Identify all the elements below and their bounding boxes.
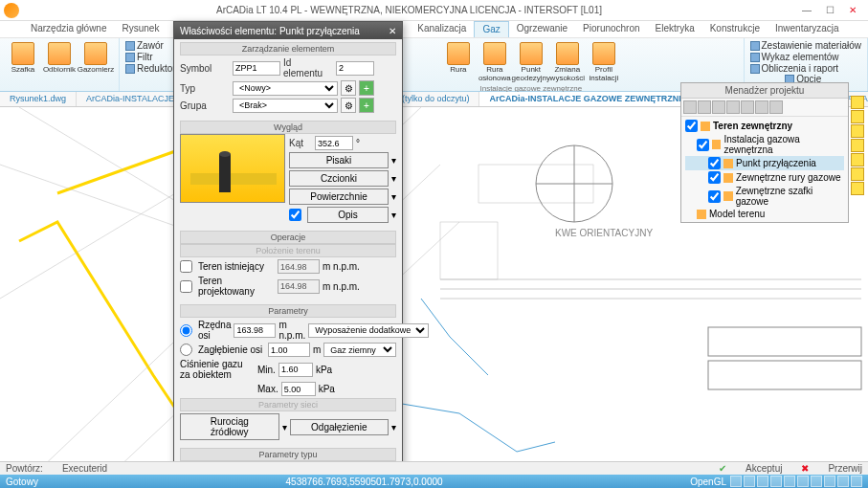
kat-label: Kąt	[289, 138, 312, 148]
max-input[interactable]	[281, 382, 316, 396]
akceptuj-link[interactable]: Akceptuj	[746, 463, 782, 474]
dialog-titlebar[interactable]: Właściwości elementu: Punkt przyłączenia…	[174, 22, 402, 39]
tree-node[interactable]: Instalacja gazowa zewnętrzna	[685, 133, 844, 156]
sb-icon[interactable]	[851, 476, 862, 487]
tab-konstrukcje[interactable]: Konstrukcje	[702, 21, 768, 37]
doc-tab-0[interactable]: Rysunek1.dwg	[0, 92, 77, 106]
min-input[interactable]	[278, 363, 313, 377]
symbol-label: Symbol	[180, 63, 230, 74]
tab-ogrzewanie[interactable]: Ogrzewanie	[509, 21, 575, 37]
tab-narzedzia[interactable]: Narzędzia główne	[23, 21, 115, 37]
rura-osl-button[interactable]: Rura osłonowa	[478, 40, 512, 84]
punkt-geod-button[interactable]: Punkt geodezyjny	[514, 40, 548, 84]
grupa-settings-icon[interactable]: ⚙	[341, 98, 356, 113]
teren-proj-checkbox[interactable]	[180, 280, 192, 293]
bulb-icon[interactable]	[851, 153, 864, 166]
kat-input[interactable]	[315, 136, 353, 150]
chevron-down-icon[interactable]: ▾	[391, 173, 396, 184]
bulb-icon[interactable]	[851, 167, 864, 181]
tab-inwentaryzacja[interactable]: Inwentaryzacja	[768, 21, 847, 37]
rzedna-radio[interactable]	[180, 324, 192, 337]
grupa-add-icon[interactable]: +	[359, 98, 374, 113]
sb-icon[interactable]	[811, 476, 822, 487]
chevron-down-icon[interactable]: ▾	[391, 155, 396, 166]
bulb-icon[interactable]	[851, 182, 864, 195]
typ-settings-icon[interactable]: ⚙	[341, 80, 356, 96]
ribbon-group-1: Szafka Odbiornik Gazomierz	[0, 38, 120, 91]
tree-node[interactable]: Punkt przyłączenia	[685, 156, 844, 170]
rura2-button[interactable]: Rura	[441, 40, 476, 84]
pm-tool-icon[interactable]	[755, 100, 768, 114]
pm-tool-icon[interactable]	[741, 100, 754, 114]
sb-icon[interactable]	[730, 476, 742, 487]
odgalezienie-button[interactable]: Odgałęzienie	[290, 419, 389, 435]
teren-ist-checkbox[interactable]	[180, 260, 192, 273]
grupa-select[interactable]: <Brak>	[233, 99, 338, 113]
bulb-icon[interactable]	[851, 110, 864, 123]
pm-tool-icon[interactable]	[683, 100, 697, 114]
tree-node[interactable]: Model terenu	[685, 208, 844, 220]
bulb-icon[interactable]	[851, 124, 864, 138]
profil-button[interactable]: Profil instalacji	[587, 40, 621, 84]
zawor-icon	[125, 41, 135, 51]
chevron-down-icon[interactable]: ▾	[391, 191, 396, 202]
tree-node[interactable]: Zewnętrzne rury gazowe	[685, 170, 844, 185]
tree-node[interactable]: Teren zewnętrzny	[685, 119, 844, 133]
pisaki-button[interactable]: Pisaki	[289, 152, 389, 168]
sb-icon[interactable]	[770, 476, 782, 487]
odbiornik-button[interactable]: Odbiornik	[42, 40, 77, 76]
tab-gaz[interactable]: Gaz	[474, 21, 508, 37]
czcionki-button[interactable]: Czcionki	[289, 170, 389, 187]
tab-piorunochron[interactable]: Piorunochron	[575, 21, 647, 37]
minimize-button[interactable]: —	[795, 2, 818, 19]
pm-tool-icon[interactable]	[726, 100, 740, 114]
id-input[interactable]	[336, 61, 374, 76]
dialog-close-icon[interactable]: ✕	[389, 26, 396, 36]
typ-add-icon[interactable]: +	[359, 80, 374, 96]
rurociag-button[interactable]: Rurociąg źródłowy	[180, 413, 279, 440]
zagl-input[interactable]	[268, 343, 310, 357]
status-icons	[730, 476, 862, 487]
typ-select[interactable]: <Nowy>	[233, 81, 338, 96]
bulb-icon[interactable]	[851, 139, 864, 152]
pm-tool-icon[interactable]	[698, 100, 711, 114]
pipe-icon	[723, 173, 733, 183]
tab-elektryka[interactable]: Elektryka	[648, 21, 702, 37]
sb-icon[interactable]	[744, 476, 755, 487]
sb-icon[interactable]	[757, 476, 768, 487]
przerwij-link[interactable]: Przerwij	[828, 463, 862, 474]
zestawienie-button[interactable]: Zestawienie materiałów	[750, 40, 862, 51]
tab-rysunek[interactable]: Rysunek	[115, 21, 167, 37]
obliczenia-button[interactable]: Obliczenia i raport	[750, 63, 862, 74]
zmiana-wys2-button[interactable]: Zmiana wysokości	[550, 40, 585, 84]
sb-icon[interactable]	[797, 476, 809, 487]
rzedna-input[interactable]	[234, 323, 276, 338]
sb-icon[interactable]	[824, 476, 835, 487]
wyposazenie-select[interactable]: Wyposażenie dodatkowe	[308, 323, 429, 338]
pm-tool-icon[interactable]	[712, 100, 725, 114]
opis-button[interactable]: Opis	[307, 207, 389, 223]
pm-tool-icon[interactable]	[769, 100, 783, 114]
wykaz-button[interactable]: Wykaz elementów	[750, 52, 862, 62]
sb-icon[interactable]	[837, 476, 849, 487]
reduktor-button[interactable]: Reduktor	[125, 63, 176, 74]
tree-node[interactable]: Zewnętrzne szafki gazowe	[685, 185, 844, 208]
profil-icon	[592, 42, 615, 65]
close-button[interactable]: ✕	[841, 2, 864, 19]
gazomierz-button[interactable]: Gazomierz	[78, 40, 113, 76]
sb-icon[interactable]	[784, 476, 795, 487]
filtr-button[interactable]: Filtr	[125, 52, 176, 62]
zawor-button[interactable]: Zawór	[125, 40, 176, 51]
maximize-button[interactable]: ☐	[818, 2, 841, 19]
tree-node[interactable]: Wykazy	[685, 220, 844, 222]
gaz-select[interactable]: Gaz ziemny	[323, 343, 396, 357]
zagl-radio[interactable]	[180, 344, 192, 356]
svg-rect-18	[219, 154, 231, 192]
opis-checkbox[interactable]	[289, 209, 301, 221]
szafka-button[interactable]: Szafka	[6, 40, 40, 76]
chevron-down-icon[interactable]: ▾	[391, 210, 396, 220]
symbol-input[interactable]	[233, 61, 280, 76]
powierzchnie-button[interactable]: Powierzchnie	[289, 189, 389, 205]
bulb-icon[interactable]	[851, 96, 864, 109]
tab-kanalizacja[interactable]: Kanalizacja	[410, 21, 474, 37]
